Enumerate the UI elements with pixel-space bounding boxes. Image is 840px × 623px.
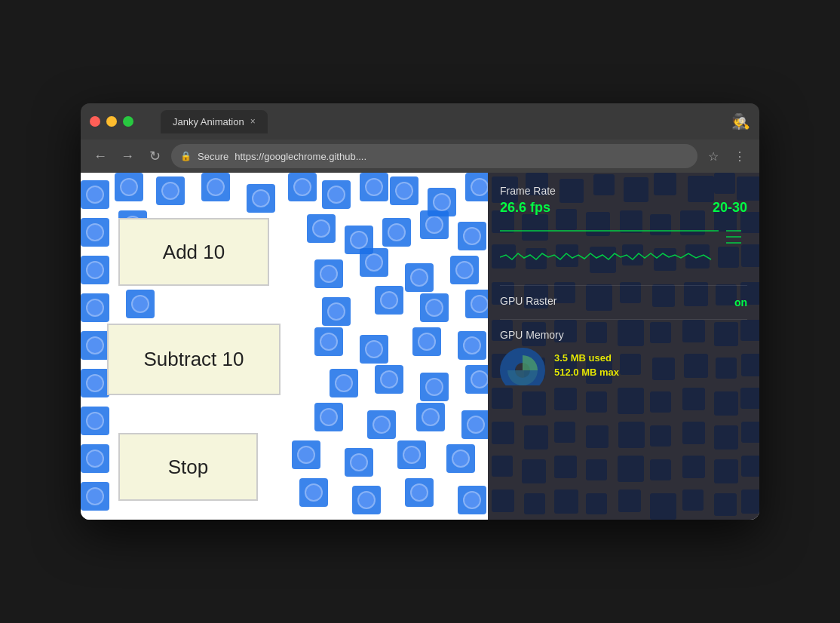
- address-bar[interactable]: 🔒 Secure https://googlechrome.github....: [171, 144, 697, 168]
- blue-square: [81, 293, 109, 322]
- blue-square: [458, 222, 486, 250]
- blue-square: [81, 444, 109, 473]
- blue-square: [201, 173, 230, 201]
- blue-square: [81, 218, 109, 247]
- blue-square: [461, 410, 488, 439]
- dark-square: [650, 493, 676, 520]
- browser-window: Janky Animation × 🕵 ← → ↻ 🔒 Secure https…: [81, 103, 759, 520]
- tab-close-button[interactable]: ×: [250, 116, 256, 127]
- dark-square: [618, 490, 641, 512]
- gpu-memory-section: GPU Memory 3.5 MB used 512.0 MB max: [500, 329, 747, 385]
- page-content: Add 10 Subtract 10 Stop Frame Rate 26.6 …: [81, 173, 759, 520]
- gpu-memory-content: 3.5 MB used 512.0 MB max: [500, 344, 747, 385]
- blue-square: [314, 259, 343, 288]
- subtract-10-button[interactable]: Subtract 10: [107, 324, 281, 395]
- blue-square: [397, 440, 426, 469]
- blue-square: [367, 410, 396, 439]
- blue-square: [382, 218, 411, 247]
- dark-square: [492, 422, 514, 444]
- blue-square: [81, 369, 109, 397]
- blue-square: [322, 297, 351, 326]
- blue-square: [299, 478, 328, 507]
- fps-value: 26.6 fps: [500, 200, 550, 216]
- maximize-button[interactable]: [123, 116, 133, 127]
- fps-graph-svg: [500, 216, 747, 276]
- blue-square: [360, 173, 388, 201]
- memory-chart-svg: [500, 344, 545, 385]
- blue-square: [81, 256, 109, 284]
- blue-square: [307, 214, 336, 243]
- blue-square: [81, 331, 109, 360]
- gpu-memory-title: GPU Memory: [500, 329, 747, 341]
- blue-square: [420, 293, 449, 322]
- dark-square: [650, 459, 671, 480]
- dark-square: [554, 456, 577, 478]
- blue-square: [322, 180, 351, 209]
- memory-max-value: 512.0 MB max: [554, 367, 619, 378]
- blue-square: [465, 365, 488, 394]
- dark-square: [554, 388, 577, 410]
- animation-area: Add 10 Subtract 10 Stop: [81, 173, 488, 520]
- forward-button[interactable]: →: [117, 146, 138, 167]
- blue-square: [375, 286, 403, 315]
- title-bar: Janky Animation × 🕵: [81, 103, 759, 140]
- stop-button[interactable]: Stop: [118, 433, 258, 501]
- blue-square: [412, 327, 441, 356]
- dark-square: [682, 422, 705, 444]
- dark-square: [492, 456, 513, 477]
- dark-square: [682, 490, 704, 511]
- blue-square: [405, 263, 434, 292]
- blue-square: [428, 188, 456, 216]
- dark-square: [524, 425, 548, 450]
- incognito-icon: 🕵: [731, 112, 750, 130]
- blue-square: [352, 486, 381, 514]
- dark-square: [741, 456, 759, 477]
- blue-square: [126, 290, 155, 318]
- dark-square: [522, 459, 546, 483]
- dark-square: [586, 459, 607, 480]
- back-button[interactable]: ←: [90, 146, 111, 167]
- fps-row: 26.6 fps 20-30: [500, 200, 747, 216]
- blue-square: [314, 327, 343, 356]
- blue-square: [156, 176, 185, 205]
- blue-square: [465, 173, 488, 201]
- minimize-button[interactable]: [106, 116, 117, 127]
- memory-used-value: 3.5 MB used: [554, 352, 619, 364]
- traffic-lights: [90, 116, 133, 127]
- refresh-button[interactable]: ↻: [144, 146, 165, 167]
- close-button[interactable]: [90, 116, 100, 127]
- dark-square: [618, 422, 645, 448]
- dark-square: [618, 388, 644, 414]
- dark-square: [524, 493, 545, 514]
- blue-square: [450, 256, 479, 284]
- blue-square: [345, 448, 373, 477]
- blue-square: [345, 226, 373, 254]
- blue-square: [390, 176, 418, 205]
- more-options-icon[interactable]: ⋮: [729, 146, 750, 167]
- blue-square: [405, 478, 434, 507]
- gpu-raster-title: GPU Raster: [500, 295, 556, 307]
- dark-square: [492, 490, 514, 512]
- dark-square: [714, 493, 737, 516]
- section-separator-2: [500, 319, 747, 320]
- dark-square: [714, 459, 738, 483]
- dark-square: [554, 422, 575, 443]
- frame-rate-graph: [500, 216, 747, 276]
- blue-square: [416, 403, 445, 431]
- blue-square: [247, 184, 275, 213]
- dark-square: [554, 490, 578, 514]
- blue-square: [81, 180, 109, 209]
- bookmark-icon[interactable]: ☆: [704, 146, 723, 167]
- browser-tab[interactable]: Janky Animation ×: [161, 110, 268, 134]
- dark-square: [714, 391, 738, 416]
- add-10-button[interactable]: Add 10: [118, 218, 269, 286]
- blue-square: [458, 486, 486, 514]
- gpu-raster-status: on: [734, 296, 747, 308]
- dark-square: [618, 456, 644, 482]
- overlay-panel: Frame Rate 26.6 fps 20-30: [488, 173, 759, 520]
- dark-square: [682, 456, 705, 478]
- blue-square: [81, 407, 109, 435]
- frame-rate-title: Frame Rate: [500, 185, 747, 197]
- gpu-raster-row: GPU Raster on: [500, 295, 747, 310]
- blue-square: [330, 369, 358, 397]
